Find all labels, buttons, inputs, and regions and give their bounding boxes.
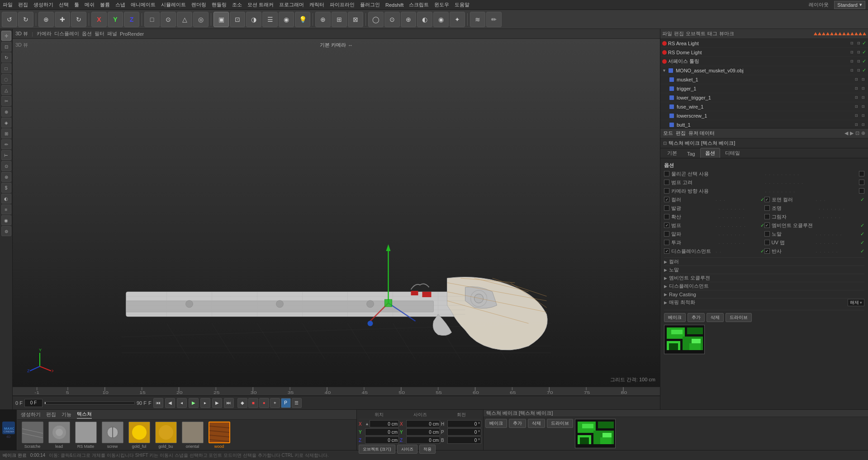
sidebar-icon-bevel[interactable]: ◈ <box>1 118 11 128</box>
material-item-scratche[interactable]: Scratche <box>20 422 45 449</box>
material-item-lead[interactable]: lead <box>47 422 71 449</box>
scene-item-butt-1[interactable]: butt_1 ⊡ ⊡ <box>660 120 868 128</box>
sketch-button[interactable]: ✏ <box>486 12 502 27</box>
prop-tab-mode[interactable]: 모드 <box>663 130 673 137</box>
viewport-tab-camera[interactable]: 카메라 <box>37 30 52 37</box>
undo-button[interactable]: ↺ <box>2 12 17 27</box>
stop-button[interactable]: ■ <box>248 398 258 408</box>
menu-item-simulate[interactable]: 시뮬레이트 <box>161 1 186 8</box>
prop-tab-options[interactable]: 옵션 <box>700 148 720 158</box>
sm-tab-objects[interactable]: 오브젝트 <box>686 30 706 37</box>
prop-check-poly-select[interactable] <box>664 171 669 176</box>
record-button[interactable]: ⊙ <box>161 12 176 27</box>
coord-apply-btn[interactable]: 적용 <box>419 445 436 454</box>
sidebar-icon-snap[interactable]: ⊙ <box>1 161 11 171</box>
move-tool-button[interactable]: ⊕ <box>38 12 54 27</box>
material-item-oriental[interactable]: oriental <box>180 422 205 449</box>
last-frame-button[interactable]: ⏭ <box>224 398 234 408</box>
poly-mode-button[interactable]: △ <box>177 12 192 27</box>
prop-check-displacement[interactable]: ✓ <box>664 248 669 254</box>
frame-input[interactable] <box>24 399 43 407</box>
sidebar-icon-bridge[interactable]: ⊞ <box>1 128 11 138</box>
coord-x-size-input[interactable] <box>406 420 440 427</box>
coord-x-pos-input[interactable] <box>370 420 399 427</box>
bake-add-btn[interactable]: 추가 <box>509 419 526 428</box>
prop-section-raycasting[interactable]: ▶ Ray Casting <box>664 290 864 298</box>
render-settings-button[interactable]: ◉ <box>279 12 294 27</box>
sidebar-icon-magnet[interactable]: ⊛ <box>1 172 11 182</box>
prop-check-bump[interactable] <box>664 180 669 185</box>
prop-tab-details[interactable]: 디테일 <box>720 148 745 158</box>
sidebar-icon-measure[interactable]: ⊢ <box>1 150 11 160</box>
viewport-tab-panel[interactable]: 패널 <box>107 30 117 37</box>
prop-check-alpha[interactable] <box>664 231 669 237</box>
material-item-wood[interactable]: wood <box>207 422 232 449</box>
layout-dropdown[interactable]: Standard ▾ <box>834 1 865 9</box>
bake-drive-btn[interactable]: 드라이브 <box>547 419 573 428</box>
sidebar-icon-rotate[interactable]: ↻ <box>1 52 11 62</box>
snap-button[interactable]: ⊕ <box>315 12 331 27</box>
hair-button[interactable]: ≋ <box>470 12 485 27</box>
scene-item-lower-trigger[interactable]: lower_trigger_1 ⊡ ⊡ <box>660 93 868 102</box>
mat-tab-texture[interactable]: 텍스쳐 <box>77 411 92 419</box>
scene-item-mono-asset[interactable]: ▼ MONO_asset_musket_v09.obj ⊡ ⊡ ✓ <box>660 66 868 75</box>
sidebar-icon-material[interactable]: ◉ <box>1 215 11 225</box>
viewport-tab-prorender[interactable]: ProRender <box>120 31 144 37</box>
menu-item-plugins[interactable]: 플러그인 <box>360 1 380 8</box>
coord-size-btn[interactable]: 사이즈 <box>397 445 417 454</box>
menu-item-programmer[interactable]: 프로그래머 <box>279 1 304 8</box>
prop-check-emission[interactable] <box>664 205 669 211</box>
prop-section-normal[interactable]: ▶ 노말 <box>664 266 864 274</box>
add-button[interactable]: 추가 <box>688 313 705 322</box>
prop-check-poly-select-2[interactable] <box>859 171 864 176</box>
menu-item-script[interactable]: 스크립트 <box>409 1 429 8</box>
sidebar-icon-move[interactable]: ✛ <box>1 31 11 41</box>
viewport-tab-filter[interactable]: 필터 <box>95 30 104 37</box>
prop-check-lighting[interactable] <box>764 205 770 211</box>
mirror-button[interactable]: ⊠ <box>348 12 363 27</box>
prop-section-color[interactable]: ▶ 컬러 <box>664 257 864 266</box>
deformer-button[interactable]: ⊙ <box>384 12 400 27</box>
sidebar-icon-dollar[interactable]: $ <box>1 183 11 193</box>
prop-tab-tag[interactable]: Tag <box>682 149 700 158</box>
render-button[interactable]: ◑ <box>246 12 261 27</box>
scene-item-fuse-wire[interactable]: fuse_wire_1 ⊡ ⊡ <box>660 102 868 111</box>
coord-object-size-btn[interactable]: 오브젝트 (크기) <box>359 445 395 454</box>
sidebar-icon-knife[interactable]: ✂ <box>1 96 11 106</box>
menu-item-redshift[interactable]: Redshift <box>385 2 403 8</box>
menu-item-create[interactable]: 생성하기 <box>33 1 53 8</box>
viewport-tab-options[interactable]: 옵션 <box>82 30 92 37</box>
coord-p-rot-input[interactable] <box>447 428 481 436</box>
menu-item-render[interactable]: 렌더링 <box>191 1 206 8</box>
sidebar-icon-sculpt[interactable]: ◐ <box>1 194 11 204</box>
record-button-tl[interactable]: ● <box>259 398 269 408</box>
play-button[interactable]: ▶ <box>189 398 199 408</box>
particle-button[interactable]: ✦ <box>450 12 465 27</box>
mapping-dropdown[interactable]: 해제 ▾ <box>848 299 864 306</box>
prop-check-bump2[interactable]: ✓ <box>664 223 669 228</box>
x-axis-button[interactable]: X <box>91 12 107 27</box>
menu-item-motion-tracker[interactable]: 모션 트래커 <box>247 1 274 8</box>
menu-item-animate[interactable]: 애니메이트 <box>131 1 156 8</box>
mat-tab-create[interactable]: 생성하기 <box>21 411 41 418</box>
coord-b-rot-input[interactable] <box>447 436 481 444</box>
menu-item-snap[interactable]: 스냅 <box>115 1 125 8</box>
prop-check-ao[interactable]: ✓ <box>764 223 770 228</box>
prop-check-camera-dir-2[interactable] <box>859 188 864 194</box>
field-button[interactable]: ⊕ <box>401 12 416 27</box>
prop-section-displacement[interactable]: ▶ 디스플레이스먼트 <box>664 282 864 290</box>
prop-check-transparency[interactable] <box>664 240 669 245</box>
prop-section-ambient-oc[interactable]: ▶ 엠비언트 오클루젼 <box>664 274 864 282</box>
menu-item-sculpt[interactable]: 조소 <box>232 1 242 8</box>
prop-check-color[interactable]: ✓ <box>664 197 669 202</box>
menu-item-file[interactable]: 파일 <box>3 1 13 8</box>
bake-button[interactable]: 베이크 <box>664 313 686 322</box>
material-item-gold-bump[interactable]: gold_bu <box>153 422 178 449</box>
viewport-canvas[interactable]: 기본 카메라 ↔ 3D 뷰 <box>13 39 660 387</box>
prop-check-camera-dir[interactable] <box>664 188 669 194</box>
prop-check-uv[interactable] <box>764 240 770 245</box>
object-mode-button[interactable]: □ <box>144 12 160 27</box>
sidebar-icon-layers[interactable]: ≡ <box>1 204 11 214</box>
z-axis-button[interactable]: Z <box>124 12 139 27</box>
prop-check-shadow[interactable] <box>764 214 770 219</box>
